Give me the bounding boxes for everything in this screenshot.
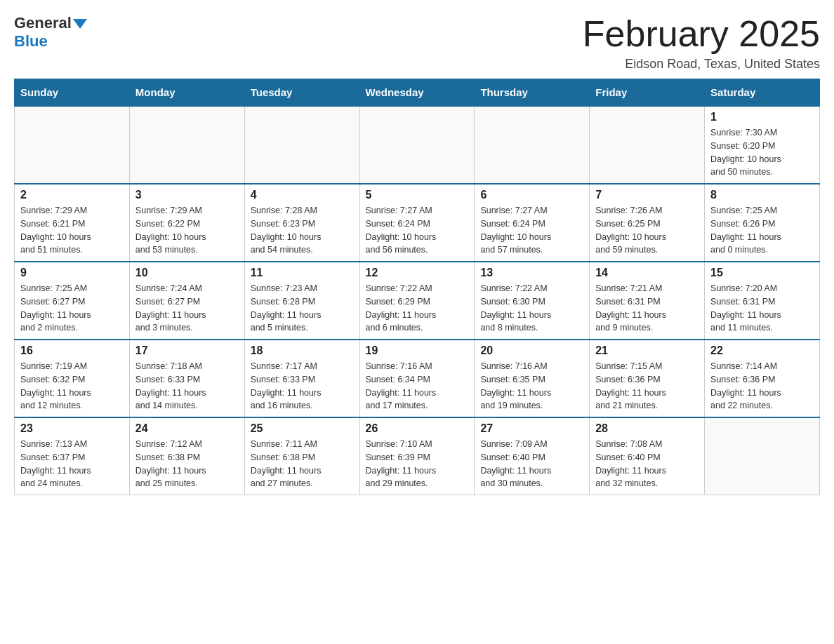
day-info: Sunrise: 7:18 AM Sunset: 6:33 PM Dayligh… [135,360,239,412]
calendar-cell: 11Sunrise: 7:23 AM Sunset: 6:28 PM Dayli… [244,262,359,340]
day-info: Sunrise: 7:23 AM Sunset: 6:28 PM Dayligh… [251,282,354,335]
calendar-cell: 10Sunrise: 7:24 AM Sunset: 6:27 PM Dayli… [129,262,244,340]
calendar-cell: 22Sunrise: 7:14 AM Sunset: 6:36 PM Dayli… [705,340,820,417]
calendar-cell: 7Sunrise: 7:26 AM Sunset: 6:25 PM Daylig… [590,184,705,262]
day-info: Sunrise: 7:22 AM Sunset: 6:29 PM Dayligh… [366,282,469,335]
day-number: 19 [366,344,469,357]
weekday-header-saturday: Saturday [705,79,820,107]
calendar-cell: 2Sunrise: 7:29 AM Sunset: 6:21 PM Daylig… [15,184,130,262]
day-number: 4 [251,189,354,201]
day-number: 15 [710,267,814,279]
day-info: Sunrise: 7:20 AM Sunset: 6:31 PM Dayligh… [710,282,814,335]
day-number: 16 [20,344,124,357]
weekday-header-friday: Friday [590,79,705,107]
day-number: 1 [710,111,814,123]
day-number: 21 [595,344,699,357]
day-info: Sunrise: 7:12 AM Sunset: 6:38 PM Dayligh… [135,438,239,490]
day-number: 24 [135,422,239,435]
day-info: Sunrise: 7:25 AM Sunset: 6:27 PM Dayligh… [20,282,124,335]
day-number: 12 [366,267,469,279]
weekday-header-wednesday: Wednesday [359,79,475,107]
calendar-cell: 24Sunrise: 7:12 AM Sunset: 6:38 PM Dayli… [129,417,244,495]
day-info: Sunrise: 7:25 AM Sunset: 6:26 PM Dayligh… [710,204,814,257]
weekday-header-monday: Monday [129,79,244,107]
calendar-cell: 25Sunrise: 7:11 AM Sunset: 6:38 PM Dayli… [244,417,359,495]
logo-general: General [14,14,87,32]
calendar-cell [15,106,130,184]
title-area: February 2025 Eidson Road, Texas, United… [583,14,820,72]
weekday-header-thursday: Thursday [475,79,590,107]
calendar-cell: 14Sunrise: 7:21 AM Sunset: 6:31 PM Dayli… [590,262,705,340]
calendar-cell: 27Sunrise: 7:09 AM Sunset: 6:40 PM Dayli… [475,417,590,495]
day-info: Sunrise: 7:30 AM Sunset: 6:20 PM Dayligh… [710,126,814,179]
calendar-table: SundayMondayTuesdayWednesdayThursdayFrid… [14,79,820,495]
logo-blue-text: Blue [14,32,48,51]
day-number: 27 [480,422,583,435]
day-info: Sunrise: 7:19 AM Sunset: 6:32 PM Dayligh… [20,360,124,412]
logo: General Blue [14,14,87,51]
page-header: General Blue February 2025 Eidson Road, … [14,14,820,72]
day-info: Sunrise: 7:15 AM Sunset: 6:36 PM Dayligh… [595,360,699,412]
calendar-cell: 3Sunrise: 7:29 AM Sunset: 6:22 PM Daylig… [129,184,244,262]
calendar-cell: 9Sunrise: 7:25 AM Sunset: 6:27 PM Daylig… [15,262,130,340]
calendar-cell: 17Sunrise: 7:18 AM Sunset: 6:33 PM Dayli… [129,340,244,417]
day-info: Sunrise: 7:10 AM Sunset: 6:39 PM Dayligh… [366,438,469,490]
week-row-5: 23Sunrise: 7:13 AM Sunset: 6:37 PM Dayli… [15,417,820,495]
day-number: 7 [595,189,699,201]
day-number: 17 [135,344,239,357]
weekday-header-sunday: Sunday [15,79,130,107]
day-number: 14 [595,267,699,279]
calendar-cell: 5Sunrise: 7:27 AM Sunset: 6:24 PM Daylig… [359,184,475,262]
day-number: 10 [135,267,239,279]
day-number: 6 [480,189,583,201]
day-number: 26 [366,422,469,435]
day-info: Sunrise: 7:16 AM Sunset: 6:34 PM Dayligh… [366,360,469,412]
day-info: Sunrise: 7:08 AM Sunset: 6:40 PM Dayligh… [595,438,699,490]
day-number: 13 [480,267,583,279]
day-info: Sunrise: 7:29 AM Sunset: 6:21 PM Dayligh… [20,204,124,257]
logo-general-text: General [14,14,72,32]
calendar-cell [705,417,820,495]
day-number: 5 [366,189,469,201]
day-number: 8 [710,189,814,201]
calendar-cell [244,106,359,184]
calendar-cell: 19Sunrise: 7:16 AM Sunset: 6:34 PM Dayli… [359,340,475,417]
calendar-cell: 6Sunrise: 7:27 AM Sunset: 6:24 PM Daylig… [475,184,590,262]
day-info: Sunrise: 7:27 AM Sunset: 6:24 PM Dayligh… [366,204,469,257]
day-number: 2 [20,189,124,201]
calendar-title: February 2025 [583,14,820,54]
day-info: Sunrise: 7:27 AM Sunset: 6:24 PM Dayligh… [480,204,583,257]
day-info: Sunrise: 7:11 AM Sunset: 6:38 PM Dayligh… [251,438,354,490]
day-number: 22 [710,344,814,357]
day-info: Sunrise: 7:14 AM Sunset: 6:36 PM Dayligh… [710,360,814,412]
calendar-cell [359,106,475,184]
day-number: 23 [20,422,124,435]
day-info: Sunrise: 7:26 AM Sunset: 6:25 PM Dayligh… [595,204,699,257]
day-info: Sunrise: 7:09 AM Sunset: 6:40 PM Dayligh… [480,438,583,490]
calendar-cell: 15Sunrise: 7:20 AM Sunset: 6:31 PM Dayli… [705,262,820,340]
week-row-4: 16Sunrise: 7:19 AM Sunset: 6:32 PM Dayli… [15,340,820,417]
calendar-cell: 18Sunrise: 7:17 AM Sunset: 6:33 PM Dayli… [244,340,359,417]
calendar-cell: 23Sunrise: 7:13 AM Sunset: 6:37 PM Dayli… [15,417,130,495]
calendar-cell: 28Sunrise: 7:08 AM Sunset: 6:40 PM Dayli… [590,417,705,495]
day-number: 20 [480,344,583,357]
calendar-cell: 20Sunrise: 7:16 AM Sunset: 6:35 PM Dayli… [475,340,590,417]
day-info: Sunrise: 7:16 AM Sunset: 6:35 PM Dayligh… [480,360,583,412]
calendar-cell: 21Sunrise: 7:15 AM Sunset: 6:36 PM Dayli… [590,340,705,417]
calendar-subtitle: Eidson Road, Texas, United States [583,57,820,72]
day-number: 11 [251,267,354,279]
day-info: Sunrise: 7:17 AM Sunset: 6:33 PM Dayligh… [251,360,354,412]
day-info: Sunrise: 7:28 AM Sunset: 6:23 PM Dayligh… [251,204,354,257]
calendar-cell [129,106,244,184]
day-number: 9 [20,267,124,279]
day-number: 28 [595,422,699,435]
calendar-cell [475,106,590,184]
day-info: Sunrise: 7:13 AM Sunset: 6:37 PM Dayligh… [20,438,124,490]
day-info: Sunrise: 7:22 AM Sunset: 6:30 PM Dayligh… [480,282,583,335]
logo-arrow-icon [73,19,87,29]
calendar-cell: 26Sunrise: 7:10 AM Sunset: 6:39 PM Dayli… [359,417,475,495]
calendar-cell [590,106,705,184]
weekday-header-tuesday: Tuesday [244,79,359,107]
day-info: Sunrise: 7:21 AM Sunset: 6:31 PM Dayligh… [595,282,699,335]
day-number: 25 [251,422,354,435]
